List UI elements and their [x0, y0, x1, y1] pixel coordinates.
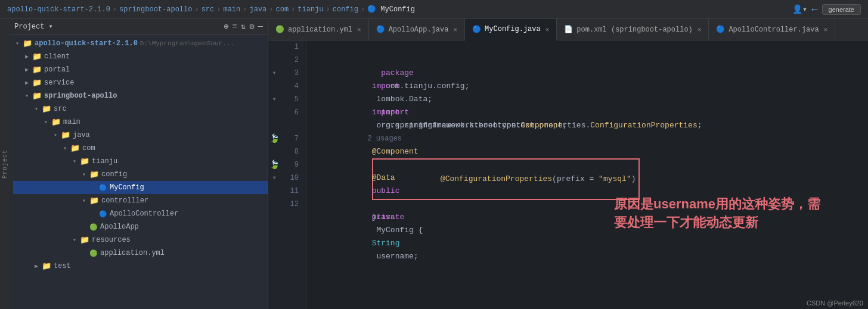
gutter-8 — [268, 145, 280, 158]
code-line-10: public class MyConfig { — [316, 171, 858, 185]
root-label: apollo-quick-start-2.1.0 — [35, 39, 138, 48]
close-sidebar-icon[interactable]: — — [258, 21, 263, 32]
ln-10: 10 — [285, 171, 299, 185]
tree-item-com[interactable]: ▾ 📁 com — [13, 142, 268, 155]
com-label: com — [82, 144, 95, 152]
project-title: Project ▾ — [14, 22, 53, 31]
tab-apolloapp[interactable]: 🔵 ApolloApp.java ✕ — [369, 19, 465, 40]
expand-icon[interactable]: ⇅ — [241, 21, 246, 32]
tree-item-springboot-apollo[interactable]: ▾ 📁 springboot-apollo — [13, 89, 268, 102]
tree-root[interactable]: ▾ 📁 apollo-quick-start-2.1.0 D:\Myprogra… — [13, 37, 268, 50]
tab-close-application-yml[interactable]: ✕ — [357, 26, 361, 33]
settings-icon[interactable]: ⚙ — [249, 21, 254, 32]
tianju-label: tianju — [92, 157, 117, 166]
gutter-usages — [268, 119, 280, 132]
code-line-9: @Data — [316, 158, 858, 171]
breadcrumb-src[interactable]: src — [202, 5, 215, 14]
tab-pom-xml[interactable]: 📄 pom.xml (springboot-apollo) ✕ — [557, 19, 709, 40]
breadcrumb-main[interactable]: main — [223, 5, 240, 14]
tree-item-resources[interactable]: ▾ 📁 resources — [13, 233, 268, 246]
code-line-11: private String username; — [316, 185, 858, 198]
breadcrumb-tianju[interactable]: tianju — [297, 5, 323, 14]
myconfig-label: MyConfig — [110, 183, 144, 192]
generate-button[interactable]: generate — [822, 4, 861, 15]
line-numbers: 1 2 3 4 5 6 7 8 9 10 11 12 — [280, 40, 306, 309]
tab-close-apollocontroller[interactable]: ✕ — [824, 26, 828, 33]
tab-myconfig[interactable]: 🔵 MyConfig.java ✕ — [465, 19, 557, 40]
breadcrumb-java[interactable]: java — [249, 5, 266, 14]
tab-application-yml[interactable]: 🟢 application.yml ✕ — [268, 19, 369, 40]
tree-item-service[interactable]: ▶ 📁 service — [13, 76, 268, 89]
main-label: main — [63, 118, 80, 126]
code-line-1: package com.tianju.config; — [316, 40, 858, 54]
resources-label: resources — [92, 236, 131, 244]
tree-item-test[interactable]: ▶ 📁 test — [13, 260, 268, 273]
tree-item-apolloapp[interactable]: 🟢 ApolloApp — [13, 220, 268, 233]
tree-item-main[interactable]: ▾ 📁 main — [13, 116, 268, 129]
gutter-1 — [268, 40, 280, 54]
service-label: service — [44, 79, 74, 87]
tree-item-src[interactable]: ▾ 📁 src — [13, 102, 268, 116]
ln-usages — [285, 119, 299, 132]
title-bar-actions: 👤▾ ⟵ generate — [792, 4, 861, 15]
tab-apolloapp-label: ApolloApp.java — [389, 26, 449, 34]
tree-item-portal[interactable]: ▶ 📁 portal — [13, 63, 268, 76]
vcs-icon[interactable]: ⟵ — [812, 4, 817, 14]
tree-item-apollocontroller[interactable]: 🔵 ApolloController — [13, 207, 268, 220]
gutter-3: ▾ — [268, 67, 280, 80]
ln-2: 2 — [285, 54, 299, 67]
tree-item-java[interactable]: ▾ 📁 java — [13, 129, 268, 142]
file-tree: ▾ 📁 apollo-quick-start-2.1.0 D:\Myprogra… — [13, 35, 268, 275]
user-icon[interactable]: 👤▾ — [792, 4, 807, 14]
ln-12: 12 — [285, 198, 299, 211]
application-yml-label: application.yml — [100, 249, 165, 257]
tree-item-myconfig[interactable]: 🔵 MyConfig — [13, 181, 268, 194]
ln-11: 11 — [285, 185, 299, 198]
code-line-2 — [316, 54, 858, 67]
tree-item-application-yml[interactable]: 🟢 application.yml — [13, 246, 268, 260]
breadcrumb-com[interactable]: com — [276, 5, 289, 14]
tab-pom-label: pom.xml (springboot-apollo) — [576, 26, 692, 34]
controlller-label: controlller — [101, 196, 148, 205]
breadcrumb-module[interactable]: springboot-apollo — [119, 5, 192, 14]
ln-5: 5 — [285, 93, 299, 106]
tab-close-apolloapp[interactable]: ✕ — [453, 26, 457, 33]
code-lines[interactable]: package com.tianju.config; import lombok… — [306, 40, 868, 309]
project-strip: Project — [0, 19, 10, 309]
editor-area: 🟢 application.yml ✕ 🔵 ApolloApp.java ✕ 🔵… — [268, 19, 868, 309]
tree-item-client[interactable]: ▶ 📁 client — [13, 50, 268, 63]
editor-content[interactable]: ▾ ▾ 🍃 🍃 ▾ 1 2 3 4 — [268, 40, 868, 309]
tree-item-config[interactable]: ▾ 📁 config — [13, 168, 268, 181]
java-tab-icon-3: 🔵 — [716, 25, 725, 34]
locate-icon[interactable]: ⊕ — [224, 21, 228, 32]
tree-item-controlller[interactable]: ▾ 📁 controlller — [13, 194, 268, 207]
collapse-icon[interactable]: ≡ — [232, 21, 237, 32]
code-line-5: import org.springframework.stereotype.Co… — [316, 93, 858, 106]
tree-item-tianju[interactable]: ▾ 📁 tianju — [13, 155, 268, 168]
config-label: config — [101, 170, 127, 179]
java-tab-icon-2: 🔵 — [472, 25, 481, 34]
breadcrumb-config[interactable]: config — [333, 5, 358, 14]
springboot-apollo-label: springboot-apollo — [44, 92, 117, 100]
gutter-10: ▾ — [268, 171, 280, 185]
apolloapp-label: ApolloApp — [100, 223, 139, 231]
gutter-6 — [268, 106, 280, 119]
tab-application-yml-label: application.yml — [288, 26, 352, 34]
gutter-2 — [268, 54, 280, 67]
ln-6: 6 — [285, 106, 299, 119]
breadcrumb-project[interactable]: apollo-quick-start-2.1.0 — [7, 5, 110, 14]
csdn-watermark: CSDN @Perley620 — [807, 299, 863, 307]
project-label: Project — [2, 149, 8, 179]
tab-apollocontroller[interactable]: 🔵 ApolloController.java ✕ — [709, 19, 835, 40]
tab-close-myconfig[interactable]: ✕ — [545, 26, 550, 33]
code-line-7: @Component — [316, 132, 858, 145]
root-path: D:\Myprogram\openSour... — [140, 40, 234, 47]
breadcrumb-current: 🔵 MyConfig — [367, 5, 415, 14]
code-area: ▾ ▾ 🍃 🍃 ▾ 1 2 3 4 — [268, 40, 868, 309]
ln-7: 7 — [285, 132, 299, 145]
code-line-6 — [316, 106, 858, 119]
client-label: client — [44, 52, 70, 61]
ln-1: 1 — [285, 40, 299, 54]
tab-close-pom[interactable]: ✕ — [698, 26, 702, 33]
portal-label: portal — [44, 65, 70, 74]
